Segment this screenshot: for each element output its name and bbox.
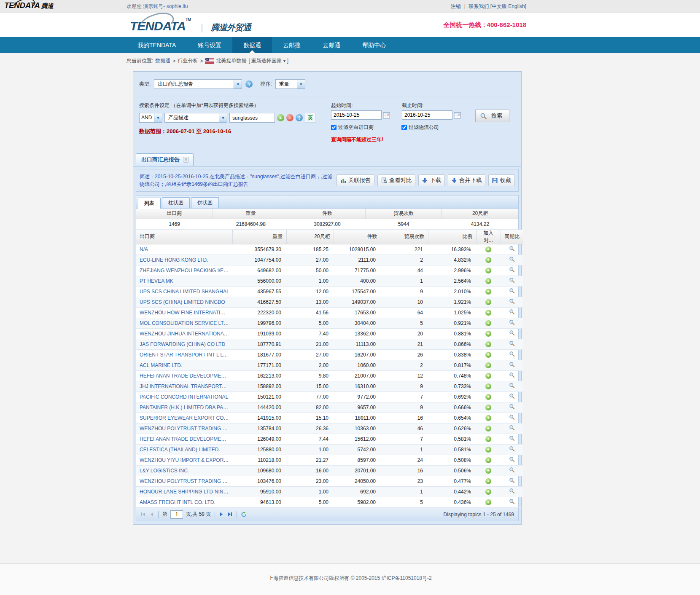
- nav-item-my-tendata[interactable]: 我的TENDATA: [127, 37, 187, 53]
- remove-condition-icon[interactable]: −: [286, 114, 293, 121]
- nav-item-cloud-mail-search[interactable]: 云邮搜: [272, 37, 312, 53]
- add-to-compare-icon[interactable]: +: [485, 447, 491, 453]
- exporter-name-link[interactable]: WENZHOU POLYTRUST TRADING CO: [140, 478, 230, 484]
- exporter-name-link[interactable]: WENZHOU POLYTRUST TRADING CO., ...: [140, 426, 232, 432]
- search-button[interactable]: 搜索: [475, 110, 509, 122]
- search-field-select[interactable]: 产品描述 ▼: [164, 113, 227, 123]
- exporter-name-link[interactable]: ORIENT STAR TRANSPORT INT L LTD RM: [140, 352, 232, 358]
- period-compare-magnifier-icon[interactable]: [509, 310, 515, 316]
- col-header-teu[interactable]: 20尺柜: [286, 230, 334, 244]
- add-to-compare-icon[interactable]: +: [485, 278, 491, 284]
- add-to-compare-icon[interactable]: +: [485, 352, 491, 358]
- related-report-button[interactable]: 关联报告: [337, 174, 374, 186]
- period-compare-magnifier-icon[interactable]: [509, 468, 515, 474]
- view-tab-list[interactable]: 列表: [138, 198, 161, 209]
- view-tab-bar-chart[interactable]: 柱状图: [162, 197, 190, 208]
- add-to-compare-icon[interactable]: +: [485, 489, 491, 495]
- add-to-compare-icon[interactable]: +: [485, 436, 491, 442]
- first-page-button[interactable]: [140, 512, 146, 517]
- exporter-name-link[interactable]: UPS SCS (CHINA) LIMITED NINGBO: [140, 299, 225, 305]
- nav-item-data-service[interactable]: 数据通: [232, 37, 272, 53]
- period-compare-magnifier-icon[interactable]: [509, 289, 515, 295]
- view-tab-pie-chart[interactable]: 饼状图: [191, 197, 219, 208]
- col-header-exporter[interactable]: 出口商: [136, 230, 232, 244]
- add-to-compare-icon[interactable]: +: [485, 478, 491, 484]
- period-compare-magnifier-icon[interactable]: [509, 447, 515, 453]
- exporter-name-link[interactable]: PT HEVEA MK: [140, 278, 173, 284]
- col-header-add-compare[interactable]: 加入对...: [476, 230, 501, 244]
- period-compare-magnifier-icon[interactable]: [509, 321, 515, 327]
- filter-blank-importer-checkbox[interactable]: 过滤空白进口商: [331, 124, 374, 131]
- last-page-button[interactable]: [227, 512, 233, 517]
- period-compare-magnifier-icon[interactable]: [509, 500, 515, 506]
- exporter-name-link[interactable]: AMASS FREIGHT INTL CO. LTD.: [140, 499, 215, 505]
- add-to-compare-icon[interactable]: +: [485, 320, 491, 326]
- add-to-compare-icon[interactable]: +: [485, 247, 491, 252]
- exporter-name-link[interactable]: WENZHOU HOW FINE INTERNATIONAL...: [140, 310, 232, 316]
- report-type-select[interactable]: 出口商汇总报告 ▼: [154, 79, 242, 89]
- period-compare-magnifier-icon[interactable]: [509, 268, 515, 274]
- exporter-name-link[interactable]: JHJ INTERNATIONAL TRANSPORTATIO...: [140, 383, 232, 389]
- contact-link[interactable]: 联系我们: [468, 3, 489, 9]
- chevron-down-icon[interactable]: ▼: [219, 113, 227, 122]
- col-header-trades[interactable]: 贸易次数: [381, 230, 428, 244]
- sort-select[interactable]: 重量 ▼: [275, 79, 305, 89]
- start-date-input[interactable]: [331, 110, 382, 120]
- page-number-input[interactable]: [170, 510, 183, 519]
- period-compare-magnifier-icon[interactable]: [509, 373, 515, 379]
- exporter-name-link[interactable]: PACIFIC CONCORD INTERNATIONAL: [140, 394, 228, 400]
- add-to-compare-icon[interactable]: +: [485, 373, 491, 379]
- report-tab[interactable]: 出口商汇总报告 ×: [136, 153, 194, 166]
- filter-logistics-checkbox[interactable]: 过滤物流公司: [401, 124, 439, 131]
- download-button[interactable]: 下载: [418, 174, 445, 186]
- add-to-compare-icon[interactable]: +: [485, 341, 491, 347]
- keyword-input[interactable]: [229, 113, 275, 123]
- add-to-compare-icon[interactable]: +: [485, 268, 491, 273]
- period-compare-magnifier-icon[interactable]: [509, 458, 515, 464]
- add-to-compare-icon[interactable]: +: [485, 468, 491, 474]
- refresh-icon[interactable]: [241, 512, 247, 517]
- period-compare-magnifier-icon[interactable]: [509, 352, 515, 358]
- period-compare-magnifier-icon[interactable]: [509, 363, 515, 369]
- period-compare-magnifier-icon[interactable]: [509, 437, 515, 442]
- english-toggle-button[interactable]: 英: [305, 113, 316, 123]
- add-to-compare-icon[interactable]: +: [485, 331, 491, 337]
- help-icon[interactable]: ?: [245, 80, 253, 88]
- help-icon[interactable]: ?: [296, 114, 303, 121]
- calendar-icon[interactable]: [454, 112, 461, 119]
- period-compare-magnifier-icon[interactable]: [509, 405, 515, 411]
- add-to-compare-icon[interactable]: +: [485, 457, 491, 463]
- merge-download-button[interactable]: 合并下载: [448, 174, 485, 186]
- exporter-name-link[interactable]: HONOUR LANE SHIPPING LTD-NINGBO: [140, 489, 232, 495]
- exporter-name-link[interactable]: UPS SCS CHINA LIMITED SHANGHAI: [140, 289, 228, 295]
- period-compare-magnifier-icon[interactable]: [509, 415, 515, 421]
- exporter-name-link[interactable]: L&Y LOGISTICS INC.: [140, 468, 189, 474]
- period-compare-magnifier-icon[interactable]: [509, 489, 515, 495]
- add-to-compare-icon[interactable]: +: [485, 405, 491, 410]
- favorite-button[interactable]: 收藏: [488, 174, 515, 186]
- period-compare-magnifier-icon[interactable]: [509, 247, 515, 253]
- reselect-country-dropdown[interactable]: [ 重新选择国家 ▾ ]: [248, 57, 288, 64]
- period-compare-magnifier-icon[interactable]: [509, 479, 515, 485]
- col-header-ratio[interactable]: 比例: [428, 230, 476, 244]
- add-to-compare-icon[interactable]: +: [485, 362, 491, 368]
- period-compare-magnifier-icon[interactable]: [509, 300, 515, 306]
- period-compare-magnifier-icon[interactable]: [509, 279, 515, 284]
- exporter-name-link[interactable]: ECU-LINE HONG KONG LTD.: [140, 257, 208, 263]
- exporter-name-link[interactable]: WENZHOU JINHUA INTERNATIONAL T...: [140, 331, 232, 337]
- chevron-down-icon[interactable]: ▼: [297, 80, 305, 88]
- breadcrumb-link-data-service[interactable]: 数据通: [155, 57, 170, 64]
- col-header-weight[interactable]: 重量: [232, 230, 286, 244]
- nav-item-account-settings[interactable]: 账号设置: [187, 37, 232, 53]
- period-compare-magnifier-icon[interactable]: [509, 342, 515, 348]
- exporter-name-link[interactable]: ACL MARINE LTD.: [140, 362, 182, 368]
- exporter-name-link[interactable]: HEFEI ANAN TRADE DEVELOPMENT CO...: [140, 373, 232, 379]
- period-compare-magnifier-icon[interactable]: [509, 394, 515, 400]
- exporter-name-link[interactable]: CELESTICA (THAILAND) LIMITED.: [140, 447, 220, 453]
- calendar-icon[interactable]: [383, 112, 390, 119]
- add-to-compare-icon[interactable]: +: [485, 426, 491, 432]
- exporter-name-link[interactable]: SUPERIOR EYEWEAR EXPORT CO.LLC: [140, 415, 232, 421]
- exporter-name-link[interactable]: MOL CONSOLIDATION SERVICE LTD O/B: [140, 320, 232, 326]
- col-header-period-compare[interactable]: 同期比: [501, 230, 523, 244]
- nav-item-cloud-mail[interactable]: 云邮通: [312, 37, 351, 53]
